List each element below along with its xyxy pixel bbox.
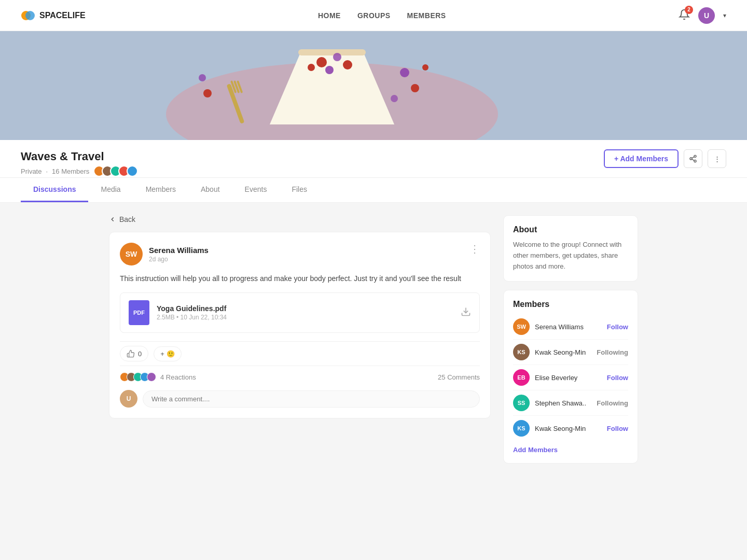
file-info: Yoga Guidelines.pdf 2.5MB • 10 Jun 22, 1… — [157, 304, 453, 321]
svg-point-23 — [690, 158, 692, 160]
svg-point-1 — [25, 11, 35, 20]
post-text: This instruction will help you all to pr… — [120, 273, 480, 284]
comment-input[interactable] — [143, 390, 480, 408]
comments-count[interactable]: 25 Comments — [438, 373, 480, 381]
tab-events[interactable]: Events — [232, 178, 280, 202]
emoji-icon: 🙂 — [167, 350, 175, 358]
reaction-mini-avatars — [120, 372, 156, 382]
more-options-icon: ⋮ — [714, 155, 721, 163]
left-column: Back SW Serena Williams 2d ago ⋮ This in… — [109, 215, 491, 472]
logo-icon — [21, 8, 35, 23]
member-name-0: Serena Williams — [535, 323, 602, 331]
tab-media[interactable]: Media — [88, 178, 133, 202]
post-author-avatar: SW — [120, 243, 143, 265]
add-members-button[interactable]: + Add Members — [604, 149, 679, 168]
svg-line-26 — [692, 157, 695, 158]
svg-rect-6 — [298, 49, 366, 55]
member-avatar-0: SW — [513, 318, 530, 335]
nav-home[interactable]: HOME — [318, 11, 341, 20]
about-card: About Welcome to the group! Connect with… — [503, 215, 638, 282]
member-avatar-4: KS — [513, 420, 530, 437]
main-content: Back SW Serena Williams 2d ago ⋮ This in… — [88, 215, 659, 472]
nav-links: HOME GROUPS MEMBERS — [318, 11, 446, 20]
plus-icon: + — [160, 350, 164, 358]
file-icon: PDF — [129, 300, 149, 325]
svg-point-19 — [411, 84, 419, 92]
tab-discussions[interactable]: Discussions — [21, 178, 88, 202]
group-info-bar: Waves & Travel Private · 16 Members + Ad… — [0, 140, 747, 178]
logo[interactable]: SPACELIFE — [21, 8, 86, 23]
post-author-info: Serena Williams 2d ago — [149, 246, 209, 263]
download-icon — [461, 306, 471, 317]
notification-button[interactable]: 2 — [679, 9, 690, 22]
file-name: Yoga Guidelines.pdf — [157, 304, 453, 313]
file-download-button[interactable] — [461, 306, 471, 319]
following-button-1[interactable]: Following — [597, 348, 628, 356]
svg-point-24 — [694, 160, 696, 162]
reactions-bar: 0 + 🙂 — [120, 341, 480, 366]
right-column: About Welcome to the group! Connect with… — [503, 215, 638, 472]
member-avatar-3: SS — [513, 395, 530, 411]
about-title: About — [513, 225, 628, 234]
member-avatar-mini — [127, 165, 138, 177]
hero-section: Waves & Travel Private · 16 Members + Ad… — [0, 31, 747, 203]
like-button[interactable]: 0 — [120, 346, 148, 361]
nav-actions: 2 U ▾ — [679, 7, 726, 24]
svg-point-11 — [316, 57, 327, 67]
post-header: SW Serena Williams 2d ago ⋮ — [120, 243, 480, 265]
file-attachment: PDF Yoga Guidelines.pdf 2.5MB • 10 Jun 2… — [120, 292, 480, 333]
following-button-3[interactable]: Following — [597, 399, 628, 407]
member-row: KS Kwak Seong-Min Following — [513, 340, 628, 365]
share-icon — [689, 155, 697, 163]
nav-members[interactable]: MEMBERS — [407, 11, 446, 20]
member-name-3: Stephen Shawa.. — [535, 399, 591, 407]
member-name-4: Kwak Seong-Min — [535, 425, 602, 432]
add-members-link[interactable]: Add Members — [513, 446, 628, 454]
group-meta: Private · 16 Members — [21, 165, 138, 177]
group-privacy: Private — [21, 167, 42, 175]
tab-about[interactable]: About — [188, 178, 232, 202]
svg-point-17 — [199, 74, 206, 81]
author-name: Serena Williams — [149, 246, 209, 255]
back-link[interactable]: Back — [109, 215, 491, 223]
file-size: 2.5MB — [157, 314, 175, 321]
navbar: SPACELIFE HOME GROUPS MEMBERS 2 U ▾ — [0, 0, 747, 31]
follow-button-0[interactable]: Follow — [607, 323, 628, 331]
member-name-1: Kwak Seong-Min — [535, 348, 591, 356]
hero-banner — [0, 31, 747, 140]
app-name: SPACELIFE — [39, 11, 86, 20]
nav-groups[interactable]: GROUPS — [357, 11, 391, 20]
hero-image — [0, 31, 747, 140]
follow-button-2[interactable]: Follow — [607, 374, 628, 382]
follow-button-4[interactable]: Follow — [607, 425, 628, 432]
post-menu-button[interactable]: ⋮ — [469, 243, 480, 255]
reactions-count: 4 Reactions — [160, 373, 196, 381]
back-arrow-icon — [109, 216, 116, 223]
svg-point-12 — [333, 53, 341, 61]
tab-members[interactable]: Members — [133, 178, 188, 202]
group-member-count: 16 Members — [52, 167, 89, 175]
thumbs-up-icon — [127, 349, 135, 358]
member-row: SW Serena Williams Follow — [513, 314, 628, 340]
group-info-left: Waves & Travel Private · 16 Members — [21, 150, 138, 177]
member-row: SS Stephen Shawa.. Following — [513, 390, 628, 416]
share-button[interactable] — [684, 149, 702, 168]
tab-files[interactable]: Files — [279, 178, 320, 202]
svg-point-22 — [694, 155, 696, 157]
comment-user-avatar: U — [120, 390, 137, 408]
svg-point-20 — [391, 95, 398, 102]
svg-point-14 — [308, 64, 315, 71]
emoji-reaction-button[interactable]: + 🙂 — [154, 346, 182, 361]
more-options-button[interactable]: ⋮ — [708, 149, 726, 168]
notification-badge: 2 — [685, 6, 693, 14]
group-actions: + Add Members ⋮ — [604, 149, 726, 168]
svg-point-18 — [400, 68, 409, 77]
file-date: 10 Jun 22, 10:34 — [181, 314, 227, 321]
user-menu-chevron[interactable]: ▾ — [723, 12, 726, 19]
reactions-footer: 4 Reactions 25 Comments — [120, 372, 480, 382]
post-card: SW Serena Williams 2d ago ⋮ This instruc… — [109, 232, 491, 418]
post-author: SW Serena Williams 2d ago — [120, 243, 209, 265]
member-row: KS Kwak Seong-Min Follow — [513, 416, 628, 441]
svg-point-13 — [343, 60, 352, 69]
user-avatar[interactable]: U — [698, 7, 715, 24]
